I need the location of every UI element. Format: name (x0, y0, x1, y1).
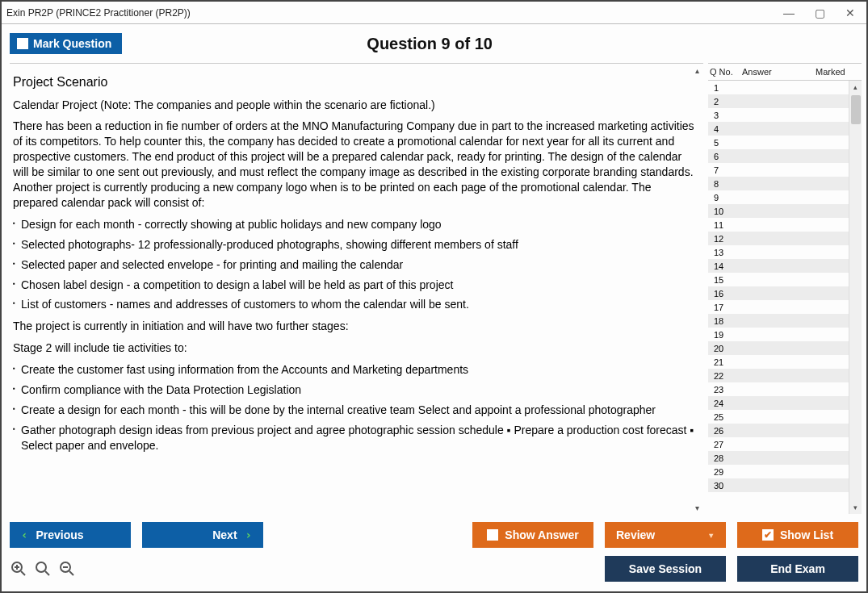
scroll-down-icon[interactable]: ▾ (690, 501, 703, 514)
footer-row-1: ‹ Previous Next › Show Answer Review ▾ ✔… (10, 522, 858, 548)
row-qno: 17 (711, 303, 743, 312)
checkbox-icon (17, 38, 28, 49)
question-list-row[interactable]: 18 (708, 314, 862, 328)
row-qno: 30 (711, 481, 743, 491)
row-qno: 21 (711, 357, 743, 367)
mark-question-label: Mark Question (33, 37, 111, 50)
col-answer: Answer (742, 67, 816, 77)
question-list-row[interactable]: 21 (708, 355, 862, 369)
list-item: Gather photograph design ideas from prev… (13, 423, 698, 453)
row-qno: 12 (711, 234, 743, 244)
row-qno: 29 (711, 467, 743, 477)
scroll-up-icon[interactable]: ▴ (690, 64, 703, 77)
previous-label: Previous (36, 528, 83, 541)
question-list-row[interactable]: 29 (708, 465, 862, 478)
minimize-icon[interactable]: — (781, 5, 797, 21)
row-qno: 14 (711, 261, 743, 271)
row-qno: 8 (711, 179, 743, 189)
question-list-row[interactable]: 28 (708, 451, 862, 465)
question-list-row[interactable]: 23 (708, 382, 862, 396)
question-list-row[interactable]: 16 (708, 286, 862, 300)
question-list-row[interactable]: 24 (708, 396, 862, 410)
question-list-row[interactable]: 22 (708, 369, 862, 382)
window-controls: — ▢ ✕ (781, 5, 862, 21)
checkbox-icon (487, 529, 498, 541)
row-qno: 23 (711, 385, 743, 395)
scenario-subtitle: Calendar Project (Note: The companies an… (13, 98, 698, 113)
question-list-row[interactable]: 5 (708, 136, 862, 149)
row-qno: 19 (711, 330, 743, 340)
question-list-body: 1234567891011121314151617181920212223242… (708, 81, 862, 514)
question-list-row[interactable]: 12 (708, 232, 862, 245)
stage2-intro: Stage 2 will include tie activities to: (13, 340, 698, 356)
scenario-body: There has been a reduction in fie number… (13, 119, 698, 210)
save-session-label: Save Session (629, 562, 702, 575)
question-list-row[interactable]: 9 (708, 190, 862, 204)
scroll-thumb[interactable] (851, 95, 861, 124)
row-qno: 25 (711, 412, 743, 422)
next-button[interactable]: Next › (142, 522, 263, 548)
svg-line-7 (69, 571, 73, 575)
zoom-out-icon[interactable] (58, 560, 76, 578)
review-button[interactable]: Review ▾ (605, 522, 726, 548)
svg-line-1 (21, 571, 25, 575)
row-qno: 16 (711, 289, 743, 299)
scroll-down-icon[interactable]: ▾ (849, 501, 862, 514)
question-list-row[interactable]: 19 (708, 328, 862, 341)
mark-question-button[interactable]: Mark Question (10, 33, 122, 54)
question-list-row[interactable]: 4 (708, 122, 862, 136)
maximize-icon[interactable]: ▢ (811, 5, 828, 21)
previous-button[interactable]: ‹ Previous (10, 522, 131, 548)
question-list-row[interactable]: 17 (708, 300, 862, 314)
row-qno: 5 (711, 138, 743, 148)
scenario-heading: Project Scenario (13, 73, 698, 91)
row-qno: 10 (711, 207, 743, 216)
question-list-row[interactable]: 14 (708, 259, 862, 273)
next-label: Next (212, 528, 237, 541)
list-item: Confirm compliance with the Data Protect… (13, 382, 698, 398)
row-qno: 13 (711, 248, 743, 257)
question-list-row[interactable]: 10 (708, 204, 862, 218)
end-exam-label: End Exam (770, 562, 825, 575)
question-list-row[interactable]: 20 (708, 341, 862, 355)
question-list-row[interactable]: 11 (708, 218, 862, 232)
row-qno: 7 (711, 165, 743, 175)
question-list-row[interactable]: 27 (708, 437, 862, 451)
question-list-row[interactable]: 6 (708, 149, 862, 163)
question-list-row[interactable]: 25 (708, 410, 862, 424)
list-item: Chosen label design - a competition to d… (13, 278, 698, 293)
list-item: List of customers - names and addresses … (13, 297, 698, 312)
show-answer-button[interactable]: Show Answer (472, 522, 593, 548)
question-list-row[interactable]: 26 (708, 424, 862, 437)
row-qno: 11 (711, 220, 743, 230)
question-list-header: Q No. Answer Marked (708, 64, 862, 81)
question-list-row[interactable]: 13 (708, 245, 862, 259)
row-qno: 20 (711, 344, 743, 353)
zoom-icon[interactable] (34, 560, 52, 578)
col-marked: Marked (816, 67, 860, 77)
side-scrollbar[interactable]: ▴ ▾ (849, 81, 862, 514)
row-qno: 15 (711, 275, 743, 285)
chevron-down-icon: ▾ (708, 528, 715, 541)
main-area: ▴ ▾ Project Scenario Calendar Project (N… (2, 63, 866, 514)
question-list-row[interactable]: 15 (708, 273, 862, 286)
zoom-in-icon[interactable] (10, 560, 27, 578)
show-list-button[interactable]: ✔ Show List (737, 522, 858, 548)
close-icon[interactable]: ✕ (842, 5, 858, 21)
row-qno: 22 (711, 371, 743, 381)
end-exam-button[interactable]: End Exam (737, 556, 858, 582)
scroll-up-icon[interactable]: ▴ (849, 81, 862, 94)
question-list-row[interactable]: 7 (708, 163, 862, 177)
question-list-panel: Q No. Answer Marked 12345678910111213141… (708, 63, 862, 514)
question-list-row[interactable]: 1 (708, 81, 862, 94)
question-list-row[interactable]: 3 (708, 108, 862, 122)
svg-line-5 (45, 571, 49, 575)
question-scroll-area[interactable]: ▴ ▾ Project Scenario Calendar Project (N… (10, 63, 703, 514)
list-item: Selected photographs- 12 professionally-… (13, 237, 698, 253)
question-list-row[interactable]: 8 (708, 177, 862, 190)
stage2-list: Create the customer fast using informati… (13, 362, 698, 453)
save-session-button[interactable]: Save Session (605, 556, 726, 582)
question-text: Project Scenario Calendar Project (Note:… (13, 73, 698, 453)
question-list-row[interactable]: 30 (708, 478, 862, 492)
question-list-row[interactable]: 2 (708, 94, 862, 108)
